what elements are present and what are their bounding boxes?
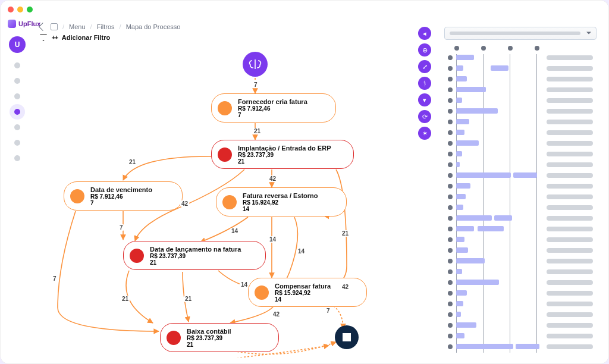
row-label-placeholder (547, 248, 593, 253)
bar (456, 333, 464, 338)
sidebar-item-5[interactable] (14, 124, 20, 130)
row-label-placeholder (547, 152, 593, 156)
maximize-icon[interactable] (27, 7, 33, 12)
panel-row (444, 258, 597, 265)
breadcrumb-menu[interactable]: Menu (69, 23, 86, 30)
panel-row (444, 290, 597, 297)
panel-row (444, 268, 597, 275)
panel-row (444, 108, 597, 115)
row-dot-icon (448, 302, 453, 306)
sidebar-item-7[interactable] (14, 155, 20, 161)
bar (456, 226, 474, 231)
edge-label: 21 (128, 159, 137, 165)
node-value: R$ 23.737,39 (238, 152, 345, 158)
node-vencimento[interactable]: Data de vencimentoR$ 7.912,467 (64, 181, 183, 211)
node-implantacao[interactable]: Implantação / Entrada do ERPR$ 23.737,39… (211, 140, 354, 169)
node-value: R$ 7.912,46 (238, 105, 327, 112)
node-count: 14 (243, 206, 338, 212)
tool-refresh[interactable]: ⟳ (418, 110, 431, 123)
node-lancamento[interactable]: Data de lançamento na faturaR$ 23.737,39… (123, 241, 266, 270)
bar (456, 215, 492, 221)
panel-row (444, 247, 597, 254)
panel-row (444, 129, 597, 136)
bar (456, 65, 463, 71)
sidebar: U (5, 36, 29, 161)
panel-row (444, 300, 597, 307)
node-fornecedor[interactable]: Fornecedor cria faturaR$ 7.912,467 (211, 93, 336, 123)
severity-dot (70, 189, 84, 203)
bar (456, 269, 462, 274)
close-icon[interactable] (8, 7, 14, 12)
node-baixa[interactable]: Baixa contábilR$ 23.737,3921 (160, 323, 279, 352)
row-label-placeholder (547, 66, 593, 71)
node-compensar[interactable]: Compensar faturaR$ 15.924,9214 (248, 278, 367, 307)
row-label-placeholder (547, 130, 593, 135)
row-label-placeholder (547, 334, 593, 338)
node-title: Fatura reversa / Estorno (243, 192, 338, 199)
sidebar-item-4[interactable] (14, 109, 20, 115)
bar (456, 237, 464, 242)
bar (456, 98, 462, 103)
node-count: 21 (150, 259, 257, 266)
row-label-placeholder (547, 87, 593, 92)
node-reversa[interactable]: Fatura reversa / EstornoR$ 15.924,9214 (216, 187, 347, 216)
row-dot-icon (448, 344, 453, 349)
node-count: 7 (238, 112, 327, 118)
tool-zoom[interactable]: ⊕ (418, 43, 431, 57)
row-label-placeholder (547, 227, 593, 231)
bar (456, 322, 476, 328)
edge-label: 42 (268, 175, 277, 182)
tool-graph[interactable]: ᚬ (418, 77, 431, 90)
brain-icon (248, 57, 262, 71)
row-dot-icon (448, 259, 453, 263)
add-filter-icon[interactable]: ++ (52, 34, 57, 41)
sidebar-item-1[interactable] (14, 62, 20, 68)
add-filter-label[interactable]: Adicionar Filtro (62, 34, 110, 41)
row-label-placeholder (547, 55, 593, 60)
row-label-placeholder (547, 291, 593, 296)
severity-dot (255, 285, 269, 300)
row-dot-icon (448, 291, 453, 296)
edge-label: 42 (180, 200, 189, 207)
panel-row (444, 172, 597, 179)
edge-label: 42 (341, 284, 350, 290)
filter-icon[interactable] (40, 34, 47, 41)
tool-settings[interactable]: ✶ (418, 127, 431, 140)
minimize-icon[interactable] (17, 7, 23, 12)
sidebar-item-6[interactable] (14, 140, 20, 146)
row-dot-icon (448, 109, 453, 114)
sidebar-item-2[interactable] (14, 78, 20, 84)
tool-filter[interactable]: ▾ (418, 93, 431, 106)
panel-row (444, 65, 597, 72)
panel-row (444, 161, 597, 168)
process-canvas[interactable]: Fornecedor cria faturaR$ 7.912,467Implan… (34, 52, 436, 357)
back-icon[interactable] (39, 23, 47, 31)
app-window: UpFlux U / Menu / Filtros / Mapa do Proc… (0, 0, 609, 364)
avatar[interactable]: U (9, 36, 26, 53)
panel-row (444, 332, 597, 340)
home-icon[interactable] (51, 23, 58, 30)
start-node[interactable] (243, 52, 268, 77)
stop-node[interactable] (335, 325, 359, 349)
bar (456, 55, 474, 60)
row-dot-icon (448, 323, 453, 328)
tool-fit[interactable]: ⤢ (418, 60, 431, 73)
panel-dropdown[interactable] (444, 27, 597, 40)
row-dot-icon (448, 77, 453, 81)
breadcrumb-filtros[interactable]: Filtros (97, 23, 115, 30)
bar (491, 65, 508, 71)
bar (456, 312, 461, 317)
node-title: Data de lançamento na fatura (150, 246, 257, 253)
bar (456, 183, 470, 189)
row-label-placeholder (547, 302, 593, 306)
bar (456, 140, 479, 146)
tool-pointer[interactable]: ◂ (418, 27, 431, 40)
bar (456, 280, 499, 285)
edge-label: 21 (184, 296, 193, 302)
row-label-placeholder (547, 280, 593, 285)
breadcrumb-mapa[interactable]: Mapa do Processo (126, 23, 181, 30)
row-label-placeholder (547, 184, 593, 189)
sidebar-item-3[interactable] (14, 93, 20, 99)
bar (516, 344, 539, 349)
row-dot-icon (448, 130, 453, 135)
